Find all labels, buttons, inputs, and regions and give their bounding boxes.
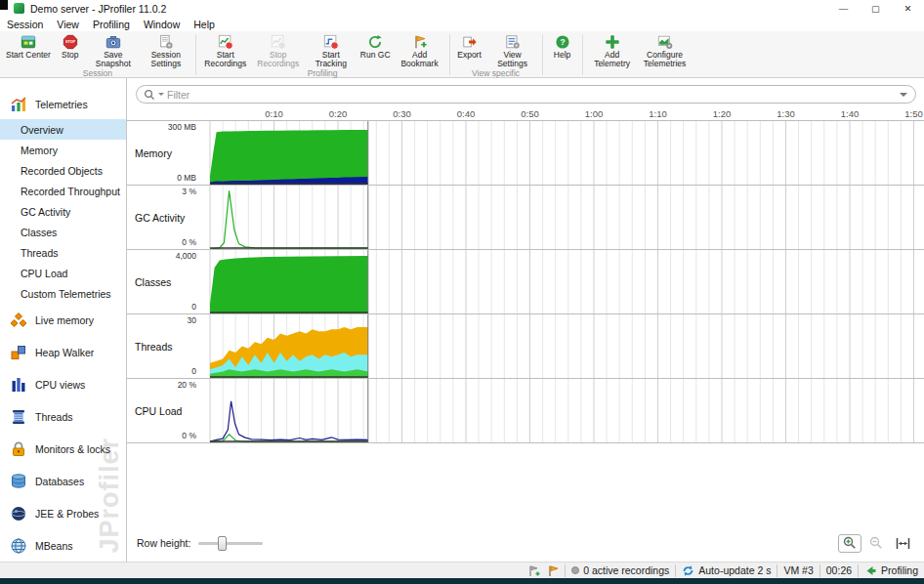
time-tick: 1:10 — [649, 108, 667, 119]
zoom-out-icon — [869, 536, 883, 550]
timeline-header: 0:10 0:20 0:30 0:40 0:50 1:00 1:10 1:20 … — [127, 105, 924, 121]
statusbar-divider — [675, 564, 676, 577]
configure-telemetries-button[interactable]: Configure Telemetries — [639, 32, 692, 68]
filter-options-caret-icon[interactable] — [158, 93, 164, 96]
telemetry-row-memory[interactable]: 300 MB Memory 0 MB — [127, 121, 924, 186]
toolbar-separator — [449, 34, 450, 75]
filter-input[interactable] — [167, 89, 897, 101]
telemetry-row-cpu-load[interactable]: 20 % CPU Load 0 % — [127, 379, 924, 443]
section-label: Telemetries — [35, 99, 88, 110]
sidebar-item-custom-telemetries[interactable]: Custom Telemetries — [0, 283, 126, 304]
fit-to-window-button[interactable] — [891, 534, 914, 553]
content: JProfiler Telemetries Overview Memory Re… — [0, 78, 924, 562]
maximize-button[interactable]: ▢ — [860, 0, 892, 17]
stop-button[interactable]: STOP Stop — [54, 32, 87, 60]
sidebar-section-monitors-locks[interactable]: Monitors & locks — [0, 433, 126, 465]
help-icon: ? — [555, 34, 570, 50]
elapsed-time-label: 00:26 — [826, 564, 852, 576]
start-recordings-button[interactable]: Start Recordings — [199, 32, 252, 68]
menu-view[interactable]: View — [50, 19, 86, 30]
sidebar-item-overview[interactable]: Overview — [0, 119, 126, 140]
view-settings-button[interactable]: View Settings — [486, 32, 539, 68]
empty-area — [127, 443, 924, 532]
export-button[interactable]: Export — [453, 32, 486, 60]
button-label: Session Settings — [143, 51, 189, 68]
auto-update-control[interactable]: Auto-update 2 s — [682, 564, 771, 577]
session-settings-button[interactable]: Session Settings — [140, 32, 192, 68]
item-label: GC Activity — [21, 206, 70, 218]
sidebar: JProfiler Telemetries Overview Memory Re… — [0, 78, 127, 562]
session-settings-icon — [158, 34, 174, 50]
sidebar-item-classes[interactable]: Classes — [0, 222, 126, 242]
bookmarks-button[interactable] — [546, 564, 559, 577]
zoom-in-button[interactable] — [838, 534, 861, 553]
cpu-load-chart[interactable] — [202, 379, 917, 442]
run-gc-button[interactable]: Run GC — [357, 32, 394, 60]
bookmark-flag-icon — [546, 564, 559, 577]
toolbar-separator — [195, 34, 196, 75]
telemetry-row-gc-activity[interactable]: 3 % GC Activity 0 % — [127, 186, 924, 250]
profiling-state-icon — [864, 564, 877, 577]
sidebar-item-cpu-load[interactable]: CPU Load — [0, 263, 126, 283]
menu-help[interactable]: Help — [187, 19, 222, 30]
time-tick: 0:40 — [457, 108, 476, 119]
export-icon — [462, 34, 478, 50]
zoom-in-icon — [843, 536, 857, 550]
search-icon — [144, 89, 155, 101]
auto-update-icon — [682, 564, 694, 577]
menu-session[interactable]: Session — [0, 19, 50, 30]
sidebar-section-live-memory[interactable]: Live memory — [0, 304, 126, 336]
start-center-button[interactable]: Start Center — [3, 32, 54, 60]
button-label: View Settings — [489, 51, 536, 68]
close-button[interactable]: ✕ — [892, 0, 924, 17]
filter-dropdown-caret-icon[interactable] — [900, 93, 907, 97]
sidebar-section-mbeans[interactable]: MBeans — [0, 529, 126, 562]
button-label: Start Center — [6, 51, 51, 60]
classes-chart[interactable] — [202, 250, 917, 313]
statusbar-divider — [819, 564, 820, 577]
sidebar-item-gc-activity[interactable]: GC Activity — [0, 201, 126, 222]
svg-text:STOP: STOP — [65, 40, 76, 44]
toolbar-group-profiling: Start Recordings Stop Recordings Start T… — [199, 32, 446, 77]
toolbar-group-label: Session — [3, 68, 192, 78]
toolbar-separator — [582, 34, 583, 75]
filter-bar — [136, 85, 916, 104]
y-axis-max-label: 4,000 — [127, 251, 196, 261]
button-label: Save Snapshot — [90, 51, 137, 68]
fit-width-icon — [896, 537, 910, 550]
help-button[interactable]: ? Help — [546, 32, 579, 60]
sidebar-section-jee-probes[interactable]: JEE & Probes — [0, 497, 126, 529]
memory-chart[interactable] — [202, 121, 917, 185]
save-snapshot-button[interactable]: Save Snapshot — [87, 32, 140, 68]
sidebar-section-cpu-views[interactable]: CPU views — [0, 368, 126, 400]
sidebar-section-threads[interactable]: Threads — [0, 400, 126, 433]
toolbar-group-label: Profiling — [199, 68, 446, 78]
sidebar-section-telemetries[interactable]: Telemetries — [0, 90, 126, 119]
vm-label: VM #3 — [783, 564, 813, 576]
row-height-slider-thumb[interactable] — [218, 536, 227, 551]
start-tracking-button[interactable]: Start Tracking — [305, 32, 357, 68]
telemetry-row-classes[interactable]: 4,000 Classes 0 — [127, 250, 924, 314]
menu-profiling[interactable]: Profiling — [86, 19, 137, 30]
sidebar-section-heap-walker[interactable]: Heap Walker — [0, 336, 126, 368]
add-bookmark-button[interactable]: Add Bookmark — [394, 32, 446, 68]
add-telemetry-button[interactable]: Add Telemetry — [586, 32, 639, 68]
minimize-button[interactable]: — — [827, 0, 860, 17]
sidebar-item-threads[interactable]: Threads — [0, 242, 126, 263]
sidebar-item-memory[interactable]: Memory — [0, 140, 126, 160]
sidebar-item-recorded-objects[interactable]: Recorded Objects — [0, 160, 126, 181]
statusbar-divider — [777, 564, 777, 577]
save-snapshot-icon — [105, 34, 121, 50]
time-tick: 0:50 — [521, 108, 539, 119]
menu-window[interactable]: Window — [137, 19, 187, 30]
add-bookmark-status-button[interactable] — [527, 564, 540, 577]
threads-chart[interactable] — [202, 314, 917, 378]
gc-activity-chart[interactable] — [202, 186, 917, 249]
configure-telemetries-icon — [657, 34, 673, 50]
button-label: Add Bookmark — [397, 51, 443, 68]
sidebar-section-databases[interactable]: Databases — [0, 465, 126, 497]
telemetry-row-threads[interactable]: 30 Threads 0 — [127, 314, 924, 379]
y-axis-max-label: 20 % — [127, 380, 196, 390]
row-height-slider[interactable] — [198, 542, 263, 545]
sidebar-item-recorded-throughput[interactable]: Recorded Throughput — [0, 181, 126, 201]
